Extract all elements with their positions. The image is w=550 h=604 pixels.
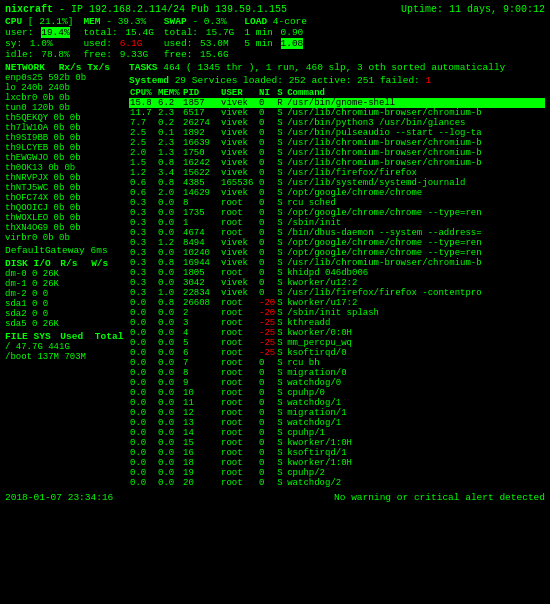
proc-mem: 1.0 xyxy=(157,288,182,298)
table-row: 0.0 0.0 20 root 0 S watchdog/2 xyxy=(129,478,545,488)
proc-cmd: /usr/lib/chromium-browser/chromium-b xyxy=(286,258,545,268)
gateway-line: DefaultGateway 6ms xyxy=(5,245,125,256)
mem-free-line: free: 9.33G xyxy=(83,49,153,60)
proc-pid: 1892 xyxy=(182,128,220,138)
proc-cmd: /usr/bin/python3 /usr/bin/glances xyxy=(286,118,545,128)
proc-cpu: 15.8 xyxy=(129,98,157,108)
proc-s: S xyxy=(276,378,286,388)
proc-s: S xyxy=(276,258,286,268)
proc-cpu: 0.3 xyxy=(129,198,157,208)
proc-cpu: 0.6 xyxy=(129,178,157,188)
proc-cpu: 11.7 xyxy=(129,108,157,118)
proc-pid: 15 xyxy=(182,438,220,448)
fs-row-boot: /boot 137M 703M xyxy=(5,352,125,362)
proc-cmd: /usr/bin/pulseaudio --start --log-ta xyxy=(286,128,545,138)
tasks-label: TASKS xyxy=(129,62,158,73)
proc-ni: 0 xyxy=(258,468,276,478)
net-row-thNTJ5WC: thNTJ5WC 0b 0b xyxy=(5,183,125,193)
disk-read-label: R/s xyxy=(60,258,77,269)
proc-ni: 0 xyxy=(258,428,276,438)
proc-pid: 13 xyxy=(182,418,220,428)
proc-cpu: 1.5 xyxy=(129,158,157,168)
proc-s: S xyxy=(276,228,286,238)
proc-cpu: 0.0 xyxy=(129,298,157,308)
net-row-th0OK13: th0OK13 0b 0b xyxy=(5,163,125,173)
table-row: 11.7 2.3 6517 vivek 0 S /usr/lib/chromiu… xyxy=(129,108,545,118)
footer-alert: No warning or critical alert detected xyxy=(334,492,545,503)
proc-cpu: 0.3 xyxy=(129,218,157,228)
proc-mem: 0.0 xyxy=(157,348,182,358)
proc-pid: 4674 xyxy=(182,228,220,238)
proc-cpu: 0.0 xyxy=(129,408,157,418)
proc-cmd: kworker/1:0H xyxy=(286,438,545,448)
table-row: 0.0 0.0 11 root 0 S watchdog/1 xyxy=(129,398,545,408)
proc-user: root xyxy=(220,348,258,358)
table-row: 0.3 0.0 3042 vivek 0 S kworker/u12:2 xyxy=(129,278,545,288)
proc-s: S xyxy=(276,138,286,148)
table-row: 0.3 0.0 8 root 0 S rcu sched xyxy=(129,198,545,208)
proc-pid: 8494 xyxy=(182,238,220,248)
proc-mem: 0.2 xyxy=(157,118,182,128)
proc-cpu: 0.0 xyxy=(129,388,157,398)
net-row-thWOXLEO: thWOXLEO 0b 0b xyxy=(5,213,125,223)
proc-ni: 0 xyxy=(258,278,276,288)
proc-mem: 0.0 xyxy=(157,318,182,328)
proc-ni: -20 xyxy=(258,308,276,318)
proc-ni: 0 xyxy=(258,288,276,298)
hostname: nixcraft - IP 192.168.2.114/24 Pub 139.5… xyxy=(5,4,287,15)
col-cmd-header: Command xyxy=(286,88,545,98)
disk-header: DISK I/O R/s W/s xyxy=(5,258,125,269)
table-row: 0.0 0.0 15 root 0 S kworker/1:0H xyxy=(129,438,545,448)
fs-row-root: / 47.7G 441G xyxy=(5,342,125,352)
table-row: 0.0 0.0 4 root -25 S kworker/0:0H xyxy=(129,328,545,338)
proc-mem: 0.0 xyxy=(157,328,182,338)
process-table: CPU% MEM% PID USER NI S Command 15.8 6.2… xyxy=(129,88,545,488)
proc-cmd: /usr/lib/chromium-browser/chromium-b xyxy=(286,108,545,118)
proc-pid: 1735 xyxy=(182,208,220,218)
proc-s: S xyxy=(276,328,286,338)
proc-s: S xyxy=(276,198,286,208)
proc-user: root xyxy=(220,298,258,308)
network-label: NETWORK xyxy=(5,62,45,73)
proc-user: root xyxy=(220,218,258,228)
proc-pid: 7 xyxy=(182,358,220,368)
proc-cpu: 0.3 xyxy=(129,268,157,278)
proc-user: root xyxy=(220,368,258,378)
proc-user: root xyxy=(220,358,258,368)
table-row: 0.0 0.0 9 root 0 S watchdog/0 xyxy=(129,378,545,388)
disk-section: DISK I/O R/s W/s dm-0 0 26K dm-1 0 26K d… xyxy=(5,258,125,329)
proc-pid: 14 xyxy=(182,428,220,438)
cpu-header-line: CPU [ 21.1%] xyxy=(5,16,73,27)
proc-user: vivek xyxy=(220,118,258,128)
proc-pid: 11 xyxy=(182,398,220,408)
proc-user: root xyxy=(220,428,258,438)
proc-cmd: kworker/u17:2 xyxy=(286,298,545,308)
load-5min-label: 5 min xyxy=(244,38,273,49)
table-row: 1.2 3.4 15622 vivek 0 S /usr/lib/firefox… xyxy=(129,168,545,178)
proc-cpu: 0.3 xyxy=(129,208,157,218)
cpu-idle-label: idle: xyxy=(5,49,34,60)
right-panel: TASKS 464 ( 1345 thr ), 1 run, 460 slp, … xyxy=(129,62,545,488)
table-row: 0.3 0.8 16944 vivek 0 S /usr/lib/chromiu… xyxy=(129,258,545,268)
proc-pid: 22834 xyxy=(182,288,220,298)
table-row: 0.0 0.0 13 root 0 S watchdog/1 xyxy=(129,418,545,428)
cpu-sys-label: sy: xyxy=(5,38,22,49)
proc-pid: 15622 xyxy=(182,168,220,178)
proc-user: root xyxy=(220,408,258,418)
systemd-label: Systemd xyxy=(129,75,169,86)
proc-pid: 1805 xyxy=(182,268,220,278)
proc-s: S xyxy=(276,288,286,298)
proc-cpu: 0.0 xyxy=(129,358,157,368)
proc-cmd: /opt/google/chrome/chrome --type=ren xyxy=(286,248,545,258)
proc-cmd: watchdog/2 xyxy=(286,478,545,488)
tasks-running: 1 run, xyxy=(266,62,300,73)
proc-mem: 0.0 xyxy=(157,278,182,288)
tasks-threads: 1345 thr xyxy=(197,62,243,73)
cpu-user-label: user: xyxy=(5,27,34,38)
proc-mem: 1.2 xyxy=(157,238,182,248)
proc-mem: 0.0 xyxy=(157,208,182,218)
swap-free-val: 15.6G xyxy=(200,49,229,60)
proc-mem: 0.0 xyxy=(157,358,182,368)
proc-cpu: 7.7 xyxy=(129,118,157,128)
tasks-parens: ( xyxy=(186,62,192,73)
